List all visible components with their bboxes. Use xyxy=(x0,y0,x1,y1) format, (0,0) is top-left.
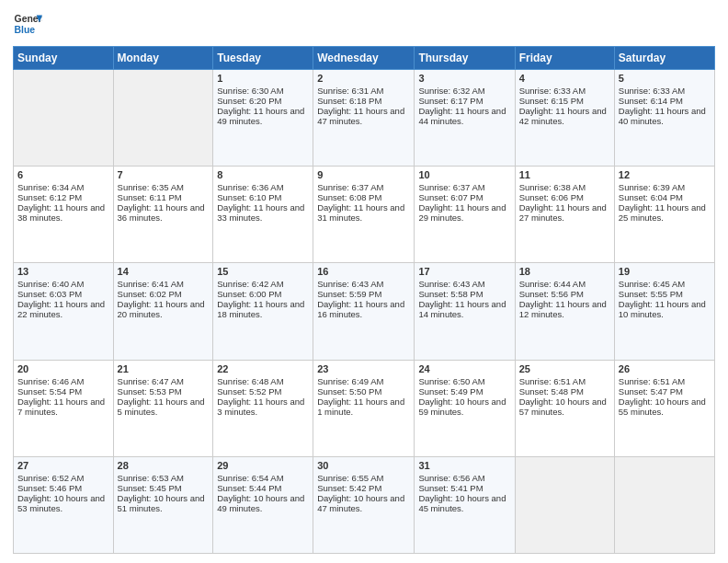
day-number: 24 xyxy=(418,363,510,374)
week-row-5: 27Sunrise: 6:52 AMSunset: 5:46 PMDayligh… xyxy=(14,456,715,553)
day-info: Sunrise: 6:36 AMSunset: 6:10 PMDaylight:… xyxy=(217,182,304,223)
day-number: 12 xyxy=(619,169,711,180)
calendar-cell: 20Sunrise: 6:46 AMSunset: 5:54 PMDayligh… xyxy=(14,360,114,456)
day-info: Sunrise: 6:52 AMSunset: 5:46 PMDaylight:… xyxy=(17,473,105,513)
day-number: 5 xyxy=(619,73,711,84)
day-number: 17 xyxy=(418,266,510,277)
day-number: 14 xyxy=(118,266,210,277)
day-number: 8 xyxy=(217,169,309,180)
day-info: Sunrise: 6:48 AMSunset: 5:52 PMDaylight:… xyxy=(217,376,304,417)
calendar-cell xyxy=(614,456,714,553)
calendar-cell: 12Sunrise: 6:39 AMSunset: 6:04 PMDayligh… xyxy=(614,167,714,263)
calendar-cell: 26Sunrise: 6:51 AMSunset: 5:47 PMDayligh… xyxy=(614,360,714,456)
day-number: 18 xyxy=(519,266,610,277)
day-info: Sunrise: 6:47 AMSunset: 5:53 PMDaylight:… xyxy=(118,376,205,417)
svg-text:Blue: Blue xyxy=(15,25,36,35)
column-header-row: SundayMondayTuesdayWednesdayThursdayFrid… xyxy=(14,47,715,70)
day-number: 25 xyxy=(519,363,610,374)
calendar-cell: 21Sunrise: 6:47 AMSunset: 5:53 PMDayligh… xyxy=(113,360,213,456)
day-info: Sunrise: 6:34 AMSunset: 6:12 PMDaylight:… xyxy=(17,182,105,223)
calendar-cell: 11Sunrise: 6:38 AMSunset: 6:06 PMDayligh… xyxy=(515,167,614,263)
day-info: Sunrise: 6:55 AMSunset: 5:42 PMDaylight:… xyxy=(317,473,404,513)
day-info: Sunrise: 6:49 AMSunset: 5:50 PMDaylight:… xyxy=(317,376,404,417)
day-number: 16 xyxy=(317,266,410,277)
calendar-cell: 4Sunrise: 6:33 AMSunset: 6:15 PMDaylight… xyxy=(515,70,614,167)
page: General Blue SundayMondayTuesdayWednesda… xyxy=(0,0,728,563)
day-number: 21 xyxy=(118,363,210,374)
calendar-cell: 8Sunrise: 6:36 AMSunset: 6:10 PMDaylight… xyxy=(213,167,313,263)
day-number: 6 xyxy=(17,169,109,180)
day-number: 27 xyxy=(17,460,109,471)
day-number: 2 xyxy=(317,73,410,84)
col-header-saturday: Saturday xyxy=(614,47,714,70)
calendar-cell: 13Sunrise: 6:40 AMSunset: 6:03 PMDayligh… xyxy=(14,263,114,360)
day-info: Sunrise: 6:33 AMSunset: 6:15 PMDaylight:… xyxy=(519,86,607,126)
col-header-thursday: Thursday xyxy=(415,47,515,70)
calendar-cell: 16Sunrise: 6:43 AMSunset: 5:59 PMDayligh… xyxy=(313,263,415,360)
week-row-4: 20Sunrise: 6:46 AMSunset: 5:54 PMDayligh… xyxy=(14,360,715,456)
day-number: 31 xyxy=(418,460,510,471)
col-header-friday: Friday xyxy=(515,47,614,70)
col-header-tuesday: Tuesday xyxy=(213,47,313,70)
day-number: 29 xyxy=(217,460,309,471)
day-number: 19 xyxy=(619,266,711,277)
calendar-cell xyxy=(14,70,114,167)
day-number: 30 xyxy=(317,460,410,471)
calendar-cell: 24Sunrise: 6:50 AMSunset: 5:49 PMDayligh… xyxy=(415,360,515,456)
calendar-cell: 1Sunrise: 6:30 AMSunset: 6:20 PMDaylight… xyxy=(213,70,313,167)
col-header-wednesday: Wednesday xyxy=(313,47,415,70)
calendar-cell: 17Sunrise: 6:43 AMSunset: 5:58 PMDayligh… xyxy=(415,263,515,360)
day-info: Sunrise: 6:37 AMSunset: 6:07 PMDaylight:… xyxy=(418,182,506,223)
day-number: 4 xyxy=(519,73,610,84)
day-info: Sunrise: 6:40 AMSunset: 6:03 PMDaylight:… xyxy=(17,279,105,319)
calendar-body: 1Sunrise: 6:30 AMSunset: 6:20 PMDaylight… xyxy=(14,70,715,554)
day-info: Sunrise: 6:54 AMSunset: 5:44 PMDaylight:… xyxy=(217,473,304,513)
calendar-cell: 14Sunrise: 6:41 AMSunset: 6:02 PMDayligh… xyxy=(113,263,213,360)
day-info: Sunrise: 6:50 AMSunset: 5:49 PMDaylight:… xyxy=(418,376,506,417)
calendar-cell: 7Sunrise: 6:35 AMSunset: 6:11 PMDaylight… xyxy=(113,167,213,263)
week-row-2: 6Sunrise: 6:34 AMSunset: 6:12 PMDaylight… xyxy=(14,167,715,263)
day-number: 22 xyxy=(217,363,309,374)
day-number: 28 xyxy=(118,460,210,471)
calendar-cell: 5Sunrise: 6:33 AMSunset: 6:14 PMDaylight… xyxy=(614,70,714,167)
calendar-cell: 18Sunrise: 6:44 AMSunset: 5:56 PMDayligh… xyxy=(515,263,614,360)
day-number: 7 xyxy=(118,169,210,180)
day-info: Sunrise: 6:51 AMSunset: 5:47 PMDaylight:… xyxy=(619,376,706,417)
week-row-1: 1Sunrise: 6:30 AMSunset: 6:20 PMDaylight… xyxy=(14,70,715,167)
logo: General Blue xyxy=(13,9,42,39)
day-info: Sunrise: 6:53 AMSunset: 5:45 PMDaylight:… xyxy=(118,473,205,513)
calendar-cell: 3Sunrise: 6:32 AMSunset: 6:17 PMDaylight… xyxy=(415,70,515,167)
day-info: Sunrise: 6:41 AMSunset: 6:02 PMDaylight:… xyxy=(118,279,205,319)
calendar-cell: 10Sunrise: 6:37 AMSunset: 6:07 PMDayligh… xyxy=(415,167,515,263)
day-info: Sunrise: 6:31 AMSunset: 6:18 PMDaylight:… xyxy=(317,86,404,126)
logo-icon: General Blue xyxy=(13,9,42,39)
day-number: 20 xyxy=(17,363,109,374)
day-info: Sunrise: 6:32 AMSunset: 6:17 PMDaylight:… xyxy=(418,86,506,126)
day-number: 11 xyxy=(519,169,610,180)
day-info: Sunrise: 6:44 AMSunset: 5:56 PMDaylight:… xyxy=(519,279,607,319)
calendar-cell: 2Sunrise: 6:31 AMSunset: 6:18 PMDaylight… xyxy=(313,70,415,167)
day-info: Sunrise: 6:37 AMSunset: 6:08 PMDaylight:… xyxy=(317,182,404,223)
calendar-cell: 23Sunrise: 6:49 AMSunset: 5:50 PMDayligh… xyxy=(313,360,415,456)
day-number: 15 xyxy=(217,266,309,277)
calendar-cell xyxy=(515,456,614,553)
calendar-cell: 27Sunrise: 6:52 AMSunset: 5:46 PMDayligh… xyxy=(14,456,114,553)
day-info: Sunrise: 6:45 AMSunset: 5:55 PMDaylight:… xyxy=(619,279,706,319)
calendar-cell xyxy=(113,70,213,167)
col-header-sunday: Sunday xyxy=(14,47,114,70)
calendar-cell: 15Sunrise: 6:42 AMSunset: 6:00 PMDayligh… xyxy=(213,263,313,360)
calendar-cell: 30Sunrise: 6:55 AMSunset: 5:42 PMDayligh… xyxy=(313,456,415,553)
day-info: Sunrise: 6:43 AMSunset: 5:58 PMDaylight:… xyxy=(418,279,506,319)
calendar-cell: 28Sunrise: 6:53 AMSunset: 5:45 PMDayligh… xyxy=(113,456,213,553)
day-number: 23 xyxy=(317,363,410,374)
day-info: Sunrise: 6:51 AMSunset: 5:48 PMDaylight:… xyxy=(519,376,607,417)
day-number: 9 xyxy=(317,169,410,180)
day-info: Sunrise: 6:46 AMSunset: 5:54 PMDaylight:… xyxy=(17,376,105,417)
week-row-3: 13Sunrise: 6:40 AMSunset: 6:03 PMDayligh… xyxy=(14,263,715,360)
day-info: Sunrise: 6:30 AMSunset: 6:20 PMDaylight:… xyxy=(217,86,304,126)
day-number: 3 xyxy=(418,73,510,84)
day-info: Sunrise: 6:42 AMSunset: 6:00 PMDaylight:… xyxy=(217,279,304,319)
day-number: 10 xyxy=(418,169,510,180)
col-header-monday: Monday xyxy=(113,47,213,70)
calendar-table: SundayMondayTuesdayWednesdayThursdayFrid… xyxy=(13,46,715,554)
